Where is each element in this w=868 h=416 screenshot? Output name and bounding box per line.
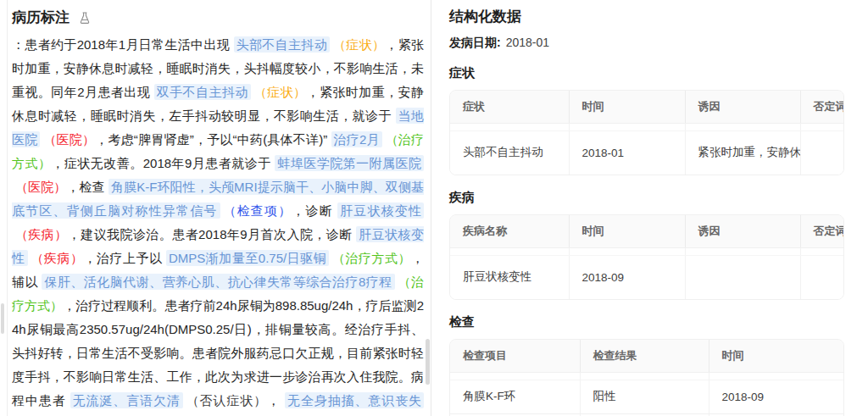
column-header: 检查结果: [580, 340, 709, 372]
text-run: ：患者约于2018年1月日常生活中出现: [12, 37, 234, 52]
onset-date-label: 发病日期:: [449, 36, 501, 49]
annotation-title: 病历标注: [12, 8, 70, 27]
table-row: 角膜K-F环阳性2018-09: [450, 380, 844, 413]
cell: 阳性: [580, 380, 709, 413]
cell: 头部不自主抖动: [450, 130, 569, 175]
cell: 肝豆状核变性: [450, 255, 569, 299]
entity-type-label: （疾病）: [28, 251, 84, 265]
entity-type-label: （症状）: [330, 37, 385, 52]
text-run: ，症状无改善。2018年9月患者就诊于: [51, 156, 275, 170]
entity-symptom[interactable]: 头部不自主抖动: [234, 36, 330, 53]
cell: 2018-09: [709, 380, 844, 413]
text-run: ，诊断: [292, 203, 337, 218]
onset-date-row: 发病日期:2018-01: [449, 36, 868, 51]
text-run: ，考虑“脾胃肾虚”，予以“中药(具体不详)”: [95, 132, 331, 147]
entity-disease[interactable]: 肝豆状核变性: [337, 202, 424, 219]
table-row: 头部不自主抖动2018-01紧张时加重，安静休息...: [450, 130, 844, 175]
entity-symptom[interactable]: 双手不自主抖动: [154, 84, 251, 100]
data-table: 疾病名称时间诱因否定词肝豆状核变性2018-09: [449, 214, 844, 300]
column-header: 症状: [450, 91, 569, 123]
entity-type-label: （疾病）: [12, 227, 68, 241]
sections-container: 症状症状时间诱因否定词头部不自主抖动2018-01紧张时加重，安静休息...疾病…: [449, 65, 868, 416]
column-header: 时间: [569, 215, 685, 247]
annotation-panel: 病历标注 ：患者约于2018年1月日常生活中出现 头部不自主抖动（症状），紧张时…: [8, 0, 431, 416]
entity-type-label: （否认症状）: [183, 393, 267, 408]
text-run: ，治疗过程顺利。患者疗前24h尿铜为898.85ug/24h，疗后监测24h尿铜…: [12, 298, 424, 408]
section-title: 症状: [449, 65, 868, 81]
cell: [800, 130, 844, 175]
column-header: 检查项目: [450, 340, 580, 372]
column-header: 时间: [569, 91, 685, 123]
entity-denied[interactable]: 无全身抽搐、意识丧失: [285, 392, 424, 408]
cell: 2018-09: [569, 255, 685, 299]
table-row: 肝豆状核变性2018-09: [450, 255, 844, 299]
measure-row: [450, 247, 844, 255]
entity-treatment[interactable]: 保肝、活化脑代谢、营养心肌、抗心律失常等综合治疗8疗程: [42, 274, 394, 290]
annotation-text: ：患者约于2018年1月日常生活中出现 头部不自主抖动（症状），紧张时加重，安静…: [12, 33, 424, 416]
measure-row: [450, 123, 844, 130]
text-run: ，治疗上予以: [83, 251, 166, 265]
cell: 2018-01: [569, 130, 685, 175]
structured-title: 结构化数据: [449, 8, 868, 26]
column-header: 疾病名称: [450, 215, 569, 247]
measure-row: [450, 372, 844, 380]
entity-type-label: （治疗方式）: [329, 251, 411, 265]
text-run: ，: [267, 393, 285, 408]
column-header: 否定词: [800, 91, 844, 123]
entity-treatment[interactable]: 治疗2月: [331, 131, 382, 147]
entity-type-label: （症状）: [251, 85, 307, 99]
text-run: ，检查: [66, 180, 108, 194]
entity-hospital[interactable]: 蚌埠医学院第一附属医院: [275, 155, 424, 171]
cell: 紧张时加重，安静休息...: [685, 130, 800, 175]
entity-type-label: （医院）: [12, 180, 66, 194]
cell: [685, 255, 800, 299]
text-run: ，建议我院诊治。患者2018年9月首次入院，诊断: [68, 227, 357, 241]
flask-icon[interactable]: [77, 10, 92, 25]
column-header: 诱因: [685, 91, 800, 123]
data-table: 症状时间诱因否定词头部不自主抖动2018-01紧张时加重，安静休息...: [449, 90, 844, 175]
section-title: 疾病: [449, 190, 868, 206]
data-table: 检查项目检查结果时间角膜K-F环阳性2018-09头颅MRI脑干、小脑中脚、双侧…: [449, 339, 844, 416]
annotation-header: 病历标注: [12, 8, 424, 27]
section-title: 检查: [449, 314, 868, 330]
entity-type-label: （医院）: [40, 132, 95, 147]
entity-denied[interactable]: 无流涎、言语欠清: [70, 392, 183, 408]
structured-panel: 结构化数据 发病日期:2018-01 症状症状时间诱因否定词头部不自主抖动201…: [431, 0, 868, 416]
entity-type-label: （检查项）: [220, 203, 292, 218]
column-header: 诱因: [685, 215, 800, 247]
cell: [800, 255, 844, 299]
entity-treatment[interactable]: DMPS渐加量至0.75/日驱铜: [166, 250, 329, 266]
column-header: 否定词: [800, 215, 844, 247]
cell: 角膜K-F环: [450, 380, 580, 413]
left-scrollbar-thumb[interactable]: [1, 303, 4, 334]
onset-date-value: 2018-01: [506, 36, 549, 49]
column-header: 时间: [709, 340, 844, 372]
